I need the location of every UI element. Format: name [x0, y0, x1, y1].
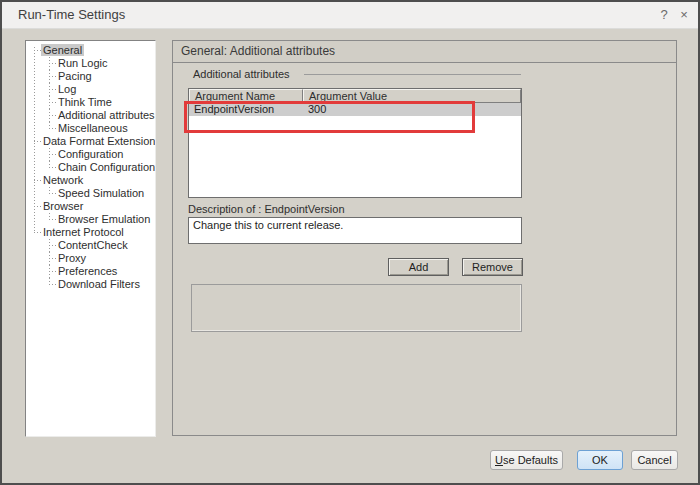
attributes-table-header: Argument Name Argument Value [189, 89, 521, 103]
column-header-argument-name[interactable]: Argument Name [189, 89, 303, 103]
column-header-argument-value[interactable]: Argument Value [303, 89, 521, 103]
settings-tree-panel: General Run Logic Pacing Log Think Time … [25, 40, 156, 437]
close-icon[interactable]: × [676, 2, 692, 28]
ok-button[interactable]: OK [577, 450, 623, 470]
sidebar-item-network[interactable]: Network [26, 174, 155, 187]
sidebar-item-browser[interactable]: Browser [26, 200, 155, 213]
panel-header: General: Additional attributes [173, 41, 676, 63]
sidebar-item-speed-simulation[interactable]: Speed Simulation [26, 187, 155, 200]
sidebar-item-internet-protocol[interactable]: Internet Protocol [26, 226, 155, 239]
empty-detail-box [191, 284, 522, 332]
sidebar-item-miscellaneous[interactable]: Miscellaneous [26, 122, 155, 135]
settings-tree: General Run Logic Pacing Log Think Time … [26, 41, 155, 291]
sidebar-item-configuration[interactable]: Configuration [26, 148, 155, 161]
sidebar-item-chain-configuration[interactable]: Chain Configuration [26, 161, 155, 174]
settings-content-panel: General: Additional attributes Additiona… [172, 40, 677, 436]
sidebar-item-contentcheck[interactable]: ContentCheck [26, 239, 155, 252]
use-defaults-button[interactable]: Use Defaults [490, 450, 563, 470]
description-label: Description of : EndpointVersion [188, 203, 345, 215]
remove-button[interactable]: Remove [462, 258, 523, 276]
sidebar-item-additional-attributes[interactable]: Additional attributes [26, 109, 155, 122]
sidebar-item-download-filters[interactable]: Download Filters [26, 278, 155, 291]
argument-value-cell: 300 [303, 103, 521, 116]
sidebar-item-data-format-extension[interactable]: Data Format Extension [26, 135, 155, 148]
sidebar-item-proxy[interactable]: Proxy [26, 252, 155, 265]
cancel-button[interactable]: Cancel [631, 450, 678, 470]
group-separator-line [304, 74, 521, 75]
dialog-title: Run-Time Settings [18, 2, 125, 28]
sidebar-item-log[interactable]: Log [26, 83, 155, 96]
table-row[interactable]: EndpointVersion 300 [189, 103, 521, 116]
sidebar-item-general[interactable]: General [26, 44, 155, 57]
sidebar-item-think-time[interactable]: Think Time [26, 96, 155, 109]
attributes-table[interactable]: Argument Name Argument Value EndpointVer… [188, 88, 522, 198]
argument-name-cell: EndpointVersion [189, 103, 303, 116]
add-button[interactable]: Add [388, 258, 449, 276]
sidebar-item-preferences[interactable]: Preferences [26, 265, 155, 278]
additional-attributes-label: Additional attributes [193, 68, 290, 80]
sidebar-item-run-logic[interactable]: Run Logic [26, 57, 155, 70]
help-icon[interactable]: ? [656, 2, 672, 28]
runtime-settings-dialog: Run-Time Settings ? × General Run Logic … [0, 0, 700, 485]
sidebar-item-pacing[interactable]: Pacing [26, 70, 155, 83]
title-bar: Run-Time Settings ? × [2, 2, 698, 29]
sidebar-item-browser-emulation[interactable]: Browser Emulation [26, 213, 155, 226]
description-textbox[interactable]: Change this to current release. [188, 217, 522, 244]
